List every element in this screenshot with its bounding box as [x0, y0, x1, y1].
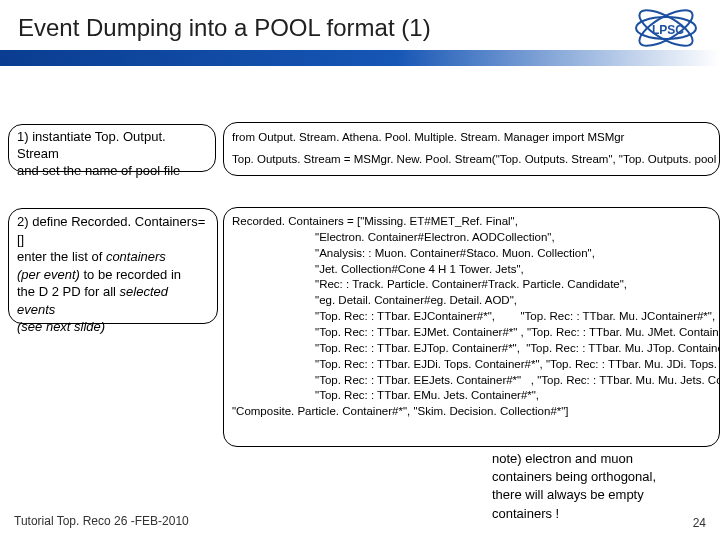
title-stripe: [0, 50, 720, 66]
c4-l9: "Top. Rec: : TTbar. EJTop. Container#*",…: [232, 341, 711, 357]
c4-l5: "Rec: : Track. Particle. Container#Track…: [232, 277, 711, 293]
code3-line1: from Output. Stream. Athena. Pool. Multi…: [232, 129, 711, 147]
step2-line3: (per event) to be recorded in: [17, 266, 209, 284]
note-box: note) electron and muon containers being…: [492, 450, 672, 523]
c4-l1: Recorded. Containers = ["Missing. ET#MET…: [232, 214, 711, 230]
c4-l10: "Top. Rec: : TTbar. EJDi. Tops. Containe…: [232, 357, 711, 373]
c4-l2: "Electron. Container#Electron. AODCollec…: [232, 230, 711, 246]
code-box-containers: Recorded. Containers = ["Missing. ET#MET…: [223, 207, 720, 447]
callout-step2: 2) define Recorded. Containers=[] enter …: [8, 208, 218, 324]
c4-l13: "Composite. Particle. Container#*", "Ski…: [232, 404, 711, 420]
slide: { "title": "Event Dumping into a POOL fo…: [0, 0, 720, 540]
logo-text: LPSC: [652, 23, 684, 37]
page-number: 24: [693, 516, 706, 530]
step1-line2: and set the name of pool file: [17, 163, 207, 180]
step2-line4: the D 2 PD for all selected events: [17, 283, 209, 318]
note-l3: there will always be empty: [492, 486, 672, 504]
c4-l3: "Analysis: : Muon. Container#Staco. Muon…: [232, 246, 711, 262]
note-l1: note) electron and muon: [492, 450, 672, 468]
c4-l12: "Top. Rec: : TTbar. EMu. Jets. Container…: [232, 388, 711, 404]
c4-l11: "Top. Rec: : TTbar. EEJets. Container#*"…: [232, 373, 711, 389]
step2-line2: enter the list of containers: [17, 248, 209, 266]
step2-line1: 2) define Recorded. Containers=[]: [17, 213, 209, 248]
c4-l8: "Top. Rec: : TTbar. EJMet. Container#*" …: [232, 325, 711, 341]
c4-l7: "Top. Rec: : TTbar. EJContainer#*", "Top…: [232, 309, 711, 325]
footer-text: Tutorial Top. Reco 26 -FEB-2010: [14, 514, 189, 528]
step2-line5: (see next slide): [17, 318, 209, 336]
c4-l4: "Jet. Collection#Cone 4 H 1 Tower. Jets"…: [232, 262, 711, 278]
page-title: Event Dumping into a POOL format (1): [18, 14, 431, 42]
note-l2: containers being orthogonal,: [492, 468, 672, 486]
note-l4: containers !: [492, 505, 672, 523]
callout-step1: 1) instantiate Top. Output. Stream and s…: [8, 124, 216, 172]
code-box-import: from Output. Stream. Athena. Pool. Multi…: [223, 122, 720, 176]
step1-line1: 1) instantiate Top. Output. Stream: [17, 129, 207, 163]
c4-l6: "eg. Detail. Container#eg. Detail. AOD",: [232, 293, 711, 309]
code3-line2: Top. Outputs. Stream = MSMgr. New. Pool.…: [232, 151, 711, 169]
